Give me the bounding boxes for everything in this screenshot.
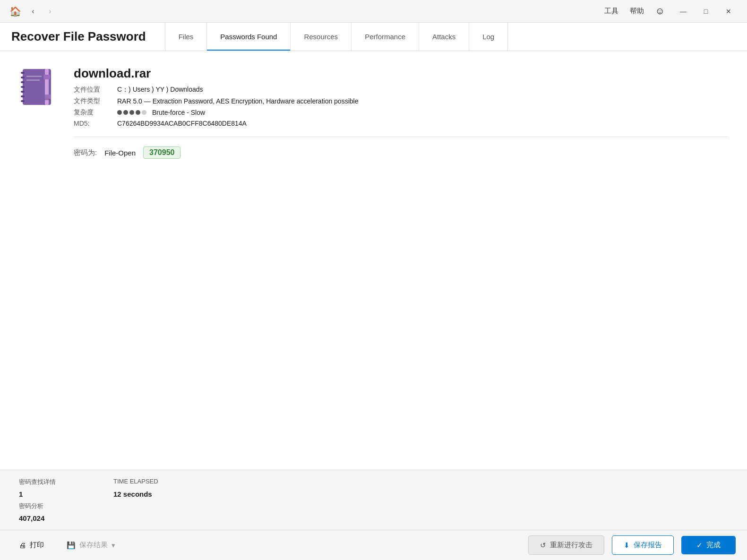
back-button[interactable]: ‹ xyxy=(26,5,40,18)
dot-4 xyxy=(136,110,140,115)
password-label: 密码为: xyxy=(74,148,97,157)
minimize-button[interactable]: — xyxy=(672,4,694,19)
window-controls: — □ ✕ xyxy=(672,4,739,19)
menu-bar: 工具 帮助 ☺ xyxy=(604,6,665,17)
tab-files[interactable]: Files xyxy=(165,23,207,51)
svg-rect-1 xyxy=(21,72,25,74)
save-report-icon: ⬇ xyxy=(624,541,630,550)
print-button[interactable]: 🖨 打印 xyxy=(11,537,52,553)
dot-2 xyxy=(123,110,128,115)
file-type-row: 文件类型 RAR 5.0 — Extraction Password, AES … xyxy=(74,97,728,105)
finish-button[interactable]: ✓ 完成 xyxy=(681,536,736,554)
found-label: 密码查找详情 xyxy=(19,478,113,486)
md5-row: MD5: C76264BD9934ACAB0CFF8C6480DE814A xyxy=(74,120,728,127)
action-bar: 🖨 打印 💾 保存结果 ▾ ↺ 重新进行攻击 ⬇ 保存报告 ✓ 完成 xyxy=(0,530,747,560)
tab-passwords-found[interactable]: Passwords Found xyxy=(207,23,291,51)
file-name: download.rar xyxy=(74,66,728,81)
finish-check-icon: ✓ xyxy=(696,541,703,550)
print-icon: 🖨 xyxy=(19,541,26,549)
password-type: File-Open xyxy=(104,149,136,157)
reattack-button[interactable]: ↺ 重新进行攻击 xyxy=(528,535,604,555)
svg-rect-2 xyxy=(21,77,25,78)
nav-buttons: 🏠 ‹ › xyxy=(8,4,57,19)
tab-resources[interactable]: Resources xyxy=(291,23,352,51)
analyzed-label: 密码分析 xyxy=(19,502,113,510)
tab-performance[interactable]: Performance xyxy=(352,23,419,51)
dot-3 xyxy=(129,110,134,115)
menu-tools[interactable]: 工具 xyxy=(604,7,618,16)
main-content: download.rar 文件位置 C：) Users ) YY ) Downl… xyxy=(0,51,747,470)
md5-label: MD5: xyxy=(74,120,112,127)
reattack-label: 重新进行攻击 xyxy=(550,541,592,550)
found-value: 1 xyxy=(19,490,113,498)
type-label: 文件类型 xyxy=(74,97,112,105)
svg-rect-11 xyxy=(26,79,40,81)
home-icon[interactable]: 🏠 xyxy=(8,4,23,19)
menu-help[interactable]: 帮助 xyxy=(630,7,644,16)
svg-rect-6 xyxy=(21,95,25,97)
file-info: download.rar 文件位置 C：) Users ) YY ) Downl… xyxy=(19,66,728,159)
password-row: 密码为: File-Open 370950 xyxy=(74,146,728,159)
reattack-icon: ↺ xyxy=(540,541,546,550)
svg-rect-5 xyxy=(21,91,25,93)
password-value: 370950 xyxy=(143,146,180,159)
finish-label: 完成 xyxy=(706,541,721,550)
save-results-icon: 💾 xyxy=(67,541,76,550)
complexity-label: 复杂度 xyxy=(74,108,112,117)
analyzed-value: 407,024 xyxy=(19,514,113,522)
forward-button[interactable]: › xyxy=(43,5,57,18)
save-results-button[interactable]: 💾 保存结果 ▾ xyxy=(59,537,123,553)
tab-attacks[interactable]: Attacks xyxy=(419,23,469,51)
maximize-button[interactable]: □ xyxy=(695,4,717,19)
status-grid: 密码查找详情 TIME ELAPSED 1 12 seconds 密码分析 40… xyxy=(19,478,728,522)
print-label: 打印 xyxy=(30,541,44,550)
save-results-label: 保存结果 xyxy=(79,541,108,550)
save-report-label: 保存报告 xyxy=(634,541,662,550)
svg-rect-7 xyxy=(21,100,25,102)
type-value: RAR 5.0 — Extraction Password, AES Encry… xyxy=(117,97,358,105)
complexity-text: Brute-force - Slow xyxy=(152,109,205,116)
complexity-dots xyxy=(117,110,146,115)
svg-rect-3 xyxy=(21,81,25,83)
elapsed-label: TIME ELAPSED xyxy=(113,478,255,486)
location-label: 文件位置 xyxy=(74,86,112,94)
svg-rect-4 xyxy=(21,86,25,88)
dot-1 xyxy=(117,110,122,115)
titlebar: 🏠 ‹ › 工具 帮助 ☺ — □ ✕ xyxy=(0,0,747,23)
dot-5 xyxy=(142,110,146,115)
elapsed-value: 12 seconds xyxy=(113,490,255,498)
svg-rect-10 xyxy=(26,76,42,77)
tab-log[interactable]: Log xyxy=(469,23,508,51)
smiley-icon[interactable]: ☺ xyxy=(655,6,665,17)
save-report-button[interactable]: ⬇ 保存报告 xyxy=(612,535,674,555)
app-title: Recover File Password xyxy=(11,29,146,44)
file-location-row: 文件位置 C：) Users ) YY ) Downloads xyxy=(74,86,728,94)
md5-value: C76264BD9934ACAB0CFF8C6480DE814A xyxy=(117,120,247,127)
svg-rect-9 xyxy=(43,75,50,79)
file-details: download.rar 文件位置 C：) Users ) YY ) Downl… xyxy=(74,66,728,159)
close-button[interactable]: ✕ xyxy=(718,4,739,19)
divider xyxy=(74,137,728,137)
status-bar: 密码查找详情 TIME ELAPSED 1 12 seconds 密码分析 40… xyxy=(0,470,747,530)
tab-bar: Files Passwords Found Resources Performa… xyxy=(165,23,508,51)
save-results-chevron: ▾ xyxy=(112,541,115,550)
complexity-row: 复杂度 Brute-force - Slow xyxy=(74,108,728,117)
location-value: C：) Users ) YY ) Downloads xyxy=(117,86,203,94)
app-header: Recover File Password Files Passwords Fo… xyxy=(0,23,747,51)
file-icon xyxy=(19,66,60,108)
